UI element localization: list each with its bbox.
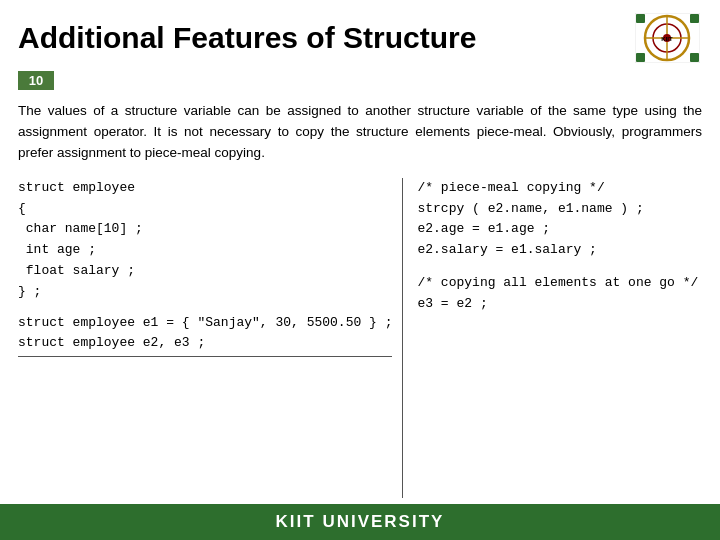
code-onego-block: /* copying all elements at one go */ e3 …: [417, 273, 702, 315]
code-line-1: struct employee: [18, 178, 392, 199]
code-e3-assign: e3 = e2 ;: [417, 294, 702, 315]
slide-number-container: 10: [0, 71, 720, 96]
code-line-e2: struct employee e2, e3 ;: [18, 333, 392, 354]
svg-text:KIIT: KIIT: [661, 36, 673, 42]
code-comment-2: /* copying all elements at one go */: [417, 273, 702, 294]
description-text: The values of a structure variable can b…: [18, 101, 702, 164]
logo-area: KIIT: [632, 10, 702, 65]
code-section: struct employee { char name[10] ; int ag…: [18, 178, 702, 498]
footer: KIIT UNIVERSITY: [0, 504, 720, 540]
svg-rect-7: [690, 14, 699, 23]
code-init-block: struct employee e1 = { "Sanjay", 30, 550…: [18, 313, 392, 358]
code-left: struct employee { char name[10] ; int ag…: [18, 178, 402, 498]
slide-page: Additional Features of Structure: [0, 0, 720, 540]
code-line-3: char name[10] ;: [18, 219, 392, 240]
svg-rect-6: [636, 14, 645, 23]
page-title: Additional Features of Structure: [18, 21, 476, 54]
code-line-5: float salary ;: [18, 261, 392, 282]
code-struct-block: struct employee { char name[10] ; int ag…: [18, 178, 392, 303]
code-underlined-block: struct employee e1 = { "Sanjay", 30, 550…: [18, 313, 392, 358]
code-age-assign: e2.age = e1.age ;: [417, 219, 702, 240]
header: Additional Features of Structure: [0, 0, 720, 71]
kiit-logo: KIIT: [635, 13, 700, 63]
slide-number: 10: [18, 71, 54, 90]
code-strcpy: strcpy ( e2.name, e1.name ) ;: [417, 199, 702, 220]
code-line-e1: struct employee e1 = { "Sanjay", 30, 550…: [18, 313, 392, 334]
code-salary-assign: e2.salary = e1.salary ;: [417, 240, 702, 261]
svg-rect-9: [690, 53, 699, 62]
code-right: /* piece-meal copying */ strcpy ( e2.nam…: [402, 178, 702, 498]
code-piecemeal-block: /* piece-meal copying */ strcpy ( e2.nam…: [417, 178, 702, 261]
content-area: The values of a structure variable can b…: [0, 101, 720, 504]
footer-label: KIIT UNIVERSITY: [276, 512, 445, 531]
code-line-6: } ;: [18, 282, 392, 303]
svg-rect-8: [636, 53, 645, 62]
code-line-4: int age ;: [18, 240, 392, 261]
code-comment-1: /* piece-meal copying */: [417, 178, 702, 199]
code-line-2: {: [18, 199, 392, 220]
